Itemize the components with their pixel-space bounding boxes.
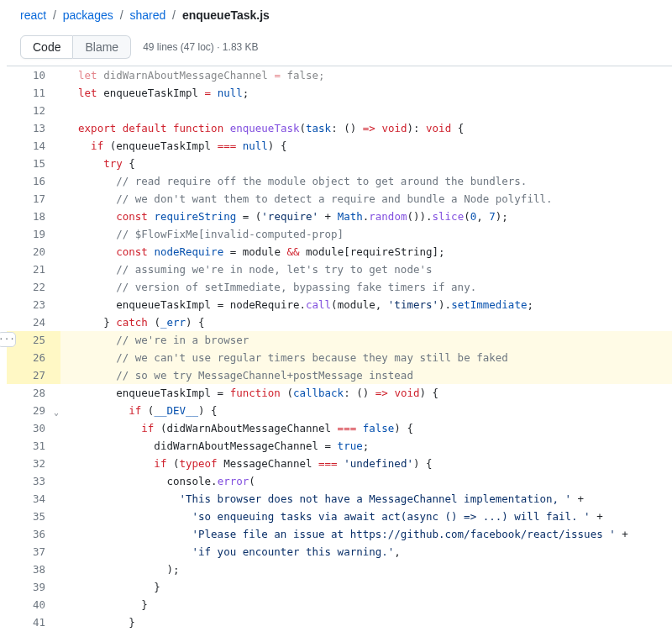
- code-content[interactable]: const nodeRequire = module && module[req…: [60, 243, 672, 261]
- line-number[interactable]: 36: [7, 525, 60, 543]
- code-content[interactable]: if (enqueueTaskImpl === null) {: [60, 137, 672, 155]
- code-content[interactable]: } catch (_err) {: [60, 313, 672, 331]
- code-content[interactable]: 'This browser does not have a MessageCha…: [60, 490, 672, 508]
- code-view: 10 let didWarnAboutMessageChannel = fals…: [7, 66, 672, 631]
- line-number[interactable]: 31: [7, 437, 60, 455]
- code-content[interactable]: if (typeof MessageChannel === 'undefined…: [60, 455, 672, 472]
- code-line: 28 enqueueTaskImpl = function (callback:…: [7, 384, 672, 402]
- line-number[interactable]: 16: [7, 172, 60, 190]
- code-line: 27 // so we try MessageChannel+postMessa…: [7, 366, 672, 384]
- code-content[interactable]: // $FlowFixMe[invalid-computed-prop]: [60, 225, 672, 243]
- line-number[interactable]: 35: [7, 508, 60, 525]
- line-number[interactable]: 21: [7, 261, 60, 278]
- breadcrumb: react / packages / shared / enqueueTask.…: [7, 0, 672, 29]
- breadcrumb-sep: /: [50, 8, 60, 22]
- code-line: 41 }: [7, 613, 672, 631]
- blame-tab[interactable]: Blame: [73, 35, 131, 59]
- line-number[interactable]: 24: [7, 313, 60, 331]
- code-content[interactable]: }: [60, 578, 672, 596]
- code-line: 14 if (enqueueTaskImpl === null) {: [7, 137, 672, 155]
- line-number[interactable]: 22: [7, 278, 60, 296]
- code-content[interactable]: // version of setImmediate, bypassing fa…: [60, 278, 672, 296]
- code-content[interactable]: let enqueueTaskImpl = null;: [60, 84, 672, 102]
- line-number[interactable]: 38: [7, 561, 60, 578]
- line-number[interactable]: 10: [7, 66, 60, 84]
- code-line: 31 didWarnAboutMessageChannel = true;: [7, 437, 672, 455]
- line-number[interactable]: 12: [7, 102, 60, 119]
- line-number[interactable]: 25···: [7, 331, 60, 349]
- code-line: 18 const requireString = ('require' + Ma…: [7, 208, 672, 225]
- breadcrumb-link[interactable]: shared: [129, 8, 165, 22]
- line-number[interactable]: 13: [7, 119, 60, 137]
- line-number[interactable]: 32: [7, 455, 60, 472]
- code-line: 20 const nodeRequire = module && module[…: [7, 243, 672, 261]
- code-line: 10 let didWarnAboutMessageChannel = fals…: [7, 66, 672, 84]
- code-content[interactable]: }: [60, 613, 672, 631]
- view-toggle: Code Blame: [20, 35, 131, 59]
- line-number[interactable]: 26: [7, 349, 60, 366]
- code-content[interactable]: 'if you encounter this warning.',: [60, 543, 672, 561]
- code-content[interactable]: console.error(: [60, 472, 672, 490]
- breadcrumb-sep: /: [169, 8, 179, 22]
- file-toolbar: Code Blame 49 lines (47 loc) · 1.83 KB: [7, 29, 672, 66]
- line-number[interactable]: 20: [7, 243, 60, 261]
- line-number[interactable]: 27: [7, 366, 60, 384]
- code-content[interactable]: didWarnAboutMessageChannel = true;: [60, 437, 672, 455]
- line-number[interactable]: 30: [7, 419, 60, 437]
- code-content[interactable]: );: [60, 561, 672, 578]
- code-content[interactable]: 'so enqueuing tasks via await act(async …: [60, 508, 672, 525]
- code-tab[interactable]: Code: [20, 35, 73, 59]
- code-content[interactable]: // we're in a browser: [60, 331, 672, 349]
- code-line: 35 'so enqueuing tasks via await act(asy…: [7, 508, 672, 525]
- code-content[interactable]: }: [60, 596, 672, 613]
- line-number[interactable]: 19: [7, 225, 60, 243]
- code-line: 21 // assuming we're in node, let's try …: [7, 261, 672, 278]
- line-number[interactable]: 41: [7, 613, 60, 631]
- line-number[interactable]: 11: [7, 84, 60, 102]
- code-content[interactable]: [60, 102, 672, 119]
- line-number[interactable]: 34: [7, 490, 60, 508]
- line-number[interactable]: 37: [7, 543, 60, 561]
- code-line: 22 // version of setImmediate, bypassing…: [7, 278, 672, 296]
- code-line: 15 try {: [7, 155, 672, 172]
- code-content[interactable]: enqueueTaskImpl = function (callback: ()…: [60, 384, 672, 402]
- code-line: 29⌄ if (__DEV__) {: [7, 402, 672, 419]
- code-line: 13 export default function enqueueTask(t…: [7, 119, 672, 137]
- line-number[interactable]: 15: [7, 155, 60, 172]
- code-line: 26 // we can't use regular timers becaus…: [7, 349, 672, 366]
- line-number[interactable]: 18: [7, 208, 60, 225]
- code-content[interactable]: 'Please file an issue at https://github.…: [60, 525, 672, 543]
- code-content[interactable]: enqueueTaskImpl = nodeRequire.call(modul…: [60, 296, 672, 313]
- code-line: 24 } catch (_err) {: [7, 313, 672, 331]
- breadcrumb-current: enqueueTask.js: [182, 8, 270, 22]
- line-number[interactable]: 39: [7, 578, 60, 596]
- line-number[interactable]: 33: [7, 472, 60, 490]
- code-line: 37 'if you encounter this warning.',: [7, 543, 672, 561]
- line-number[interactable]: 28: [7, 384, 60, 402]
- collapse-icon[interactable]: ⌄: [54, 403, 59, 421]
- line-number[interactable]: 23: [7, 296, 60, 313]
- code-content[interactable]: // assuming we're in node, let's try to …: [60, 261, 672, 278]
- line-number[interactable]: 17: [7, 190, 60, 208]
- code-content[interactable]: // so we try MessageChannel+postMessage …: [60, 366, 672, 384]
- code-line: 11 let enqueueTaskImpl = null;: [7, 84, 672, 102]
- line-number[interactable]: 14: [7, 137, 60, 155]
- code-line: 33 console.error(: [7, 472, 672, 490]
- code-content[interactable]: // we can't use regular timers because t…: [60, 349, 672, 366]
- code-content[interactable]: export default function enqueueTask(task…: [60, 119, 672, 137]
- breadcrumb-link[interactable]: react: [20, 8, 46, 22]
- code-content[interactable]: if (didWarnAboutMessageChannel === false…: [60, 419, 672, 437]
- code-content[interactable]: // we don't want them to detect a requir…: [60, 190, 672, 208]
- code-line: 32 if (typeof MessageChannel === 'undefi…: [7, 455, 672, 472]
- breadcrumb-link[interactable]: packages: [63, 8, 113, 22]
- code-content[interactable]: // read require off the module object to…: [60, 172, 672, 190]
- code-content[interactable]: let didWarnAboutMessageChannel = false;: [60, 66, 672, 84]
- code-content[interactable]: try {: [60, 155, 672, 172]
- code-line: 17 // we don't want them to detect a req…: [7, 190, 672, 208]
- more-actions-button[interactable]: ···: [0, 332, 16, 347]
- line-number[interactable]: 29⌄: [7, 402, 60, 419]
- code-content[interactable]: if (__DEV__) {: [60, 402, 672, 419]
- code-content[interactable]: const requireString = ('require' + Math.…: [60, 208, 672, 225]
- line-number[interactable]: 40: [7, 596, 60, 613]
- code-line: 40 }: [7, 596, 672, 613]
